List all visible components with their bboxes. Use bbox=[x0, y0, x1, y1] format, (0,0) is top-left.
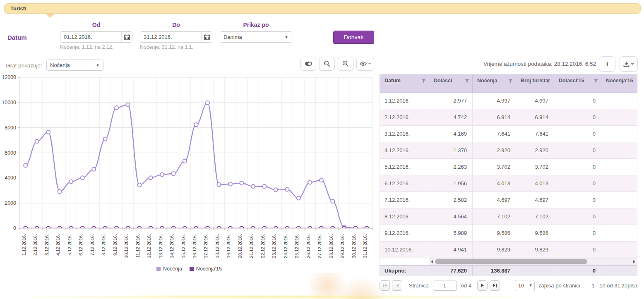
column-header-1[interactable]: Dolasci bbox=[429, 75, 473, 92]
data-point-marker[interactable] bbox=[81, 176, 84, 179]
data-point-marker[interactable] bbox=[171, 172, 175, 175]
visibility-dropdown-button[interactable] bbox=[356, 57, 374, 71]
data-point-marker[interactable] bbox=[217, 226, 221, 230]
data-point-marker[interactable] bbox=[228, 226, 232, 230]
data-point-marker[interactable] bbox=[320, 178, 323, 182]
data-point-marker[interactable] bbox=[103, 137, 107, 141]
data-point-marker[interactable] bbox=[183, 159, 187, 163]
graf-prikazuje-select[interactable]: Noćenja ▼ bbox=[46, 60, 103, 71]
table-row[interactable]: 1.12.2016.2.9774.9974.9970 bbox=[380, 93, 637, 109]
data-point-marker[interactable] bbox=[206, 226, 209, 230]
data-point-marker[interactable] bbox=[69, 226, 73, 230]
data-point-marker[interactable] bbox=[171, 226, 175, 230]
prikaz-po-select[interactable]: Danima ▼ bbox=[220, 31, 292, 43]
column-header-3[interactable]: Broj turista bbox=[516, 75, 554, 92]
data-point-marker[interactable] bbox=[160, 173, 164, 177]
data-point-marker[interactable] bbox=[251, 226, 255, 230]
data-point-marker[interactable] bbox=[46, 226, 50, 230]
legend-item[interactable]: Noćenja bbox=[156, 266, 182, 272]
data-point-marker[interactable] bbox=[274, 226, 278, 230]
info-button[interactable]: i bbox=[599, 56, 615, 72]
data-point-marker[interactable] bbox=[126, 103, 130, 106]
column-header-0[interactable]: Datum bbox=[380, 75, 429, 92]
data-point-marker[interactable] bbox=[24, 226, 27, 230]
export-button[interactable] bbox=[620, 56, 638, 72]
page-number-input[interactable] bbox=[433, 280, 457, 291]
table-row[interactable]: 3.12.2016.4.1697.6417.6410 bbox=[380, 126, 637, 142]
page-size-select[interactable]: 10 ▼ bbox=[515, 280, 535, 291]
data-point-marker[interactable] bbox=[228, 182, 232, 186]
calendar-from-button[interactable] bbox=[121, 32, 132, 42]
data-point-marker[interactable] bbox=[69, 180, 73, 184]
data-point-marker[interactable] bbox=[81, 226, 84, 230]
filter-funnel-icon[interactable] bbox=[508, 79, 513, 84]
data-point-marker[interactable] bbox=[137, 226, 141, 230]
scrollbar-thumb[interactable] bbox=[435, 259, 587, 264]
legend-item[interactable]: Noćenja'15 bbox=[190, 266, 222, 272]
table-row[interactable]: 9.12.2016.5.9899.5869.5860 bbox=[380, 225, 637, 242]
zoom-in-button[interactable] bbox=[338, 57, 353, 71]
data-point-marker[interactable] bbox=[285, 226, 289, 230]
tab-turisti[interactable]: Turisti bbox=[4, 3, 641, 14]
first-page-button[interactable] bbox=[380, 280, 390, 291]
dohvati-button[interactable]: Dohvati bbox=[333, 31, 374, 44]
data-point-marker[interactable] bbox=[206, 101, 209, 105]
filter-funnel-icon[interactable] bbox=[465, 79, 469, 84]
data-point-marker[interactable] bbox=[308, 226, 312, 230]
data-point-marker[interactable] bbox=[240, 226, 243, 230]
data-point-marker[interactable] bbox=[160, 226, 164, 230]
filter-funnel-icon[interactable] bbox=[594, 79, 598, 84]
data-point-marker[interactable] bbox=[46, 130, 50, 134]
data-point-marker[interactable] bbox=[194, 226, 198, 230]
calendar-to-button[interactable] bbox=[201, 32, 212, 42]
data-point-marker[interactable] bbox=[194, 123, 198, 127]
data-point-marker[interactable] bbox=[58, 226, 62, 230]
data-point-marker[interactable] bbox=[149, 226, 152, 230]
horizontal-scrollbar[interactable] bbox=[429, 258, 637, 265]
data-point-marker[interactable] bbox=[149, 176, 152, 179]
prev-page-button[interactable] bbox=[392, 280, 402, 291]
column-header-2[interactable]: Noćenja bbox=[473, 75, 516, 92]
data-point-marker[interactable] bbox=[35, 226, 39, 230]
data-point-marker[interactable] bbox=[353, 226, 357, 230]
data-point-marker[interactable] bbox=[331, 226, 334, 230]
table-row[interactable]: 2.12.2016.4.7426.9146.9140 bbox=[380, 109, 637, 126]
data-point-marker[interactable] bbox=[92, 167, 96, 171]
data-point-marker[interactable] bbox=[92, 226, 96, 230]
filter-funnel-icon[interactable] bbox=[421, 79, 426, 84]
filter-funnel-icon[interactable] bbox=[546, 79, 551, 84]
data-point-marker[interactable] bbox=[331, 199, 334, 203]
data-point-marker[interactable] bbox=[308, 180, 312, 184]
last-page-button[interactable] bbox=[490, 280, 500, 291]
data-point-marker[interactable] bbox=[297, 226, 300, 230]
column-header-5[interactable]: Noćenja'15 bbox=[601, 75, 637, 92]
date-to-field[interactable]: 31.12.2016. bbox=[140, 31, 212, 43]
data-point-marker[interactable] bbox=[274, 188, 278, 191]
table-row[interactable]: 4.12.2016.1.3702.9202.9200 bbox=[380, 142, 637, 159]
line-chart[interactable]: 0200040006000800010000120001.12.2016.2.1… bbox=[2, 74, 376, 267]
table-row[interactable]: 10.12.2016.4.9419.8299.8290 bbox=[380, 242, 637, 258]
data-point-marker[interactable] bbox=[183, 226, 187, 230]
column-header-4[interactable]: Dolasci'15 bbox=[554, 75, 601, 92]
data-point-marker[interactable] bbox=[262, 226, 266, 230]
data-point-marker[interactable] bbox=[342, 226, 346, 230]
data-point-marker[interactable] bbox=[297, 196, 300, 200]
data-point-marker[interactable] bbox=[365, 226, 369, 230]
data-point-marker[interactable] bbox=[35, 139, 39, 143]
toggle-series-button[interactable] bbox=[300, 57, 316, 71]
data-point-marker[interactable] bbox=[24, 163, 27, 167]
data-point-marker[interactable] bbox=[126, 226, 130, 230]
data-point-marker[interactable] bbox=[137, 183, 141, 187]
table-row[interactable]: 8.12.2016.4.5647.1027.1020 bbox=[380, 208, 637, 225]
data-point-marker[interactable] bbox=[240, 181, 243, 185]
data-point-marker[interactable] bbox=[115, 106, 118, 110]
data-point-marker[interactable] bbox=[285, 187, 289, 191]
data-point-marker[interactable] bbox=[103, 226, 107, 230]
data-point-marker[interactable] bbox=[320, 226, 323, 230]
next-page-button[interactable] bbox=[477, 280, 488, 291]
data-point-marker[interactable] bbox=[115, 226, 118, 230]
data-point-marker[interactable] bbox=[251, 184, 255, 188]
table-row[interactable]: 7.12.2016.2.5824.6974.6970 bbox=[380, 192, 637, 208]
scroll-right-arrow[interactable] bbox=[633, 260, 635, 263]
data-point-marker[interactable] bbox=[262, 184, 266, 188]
